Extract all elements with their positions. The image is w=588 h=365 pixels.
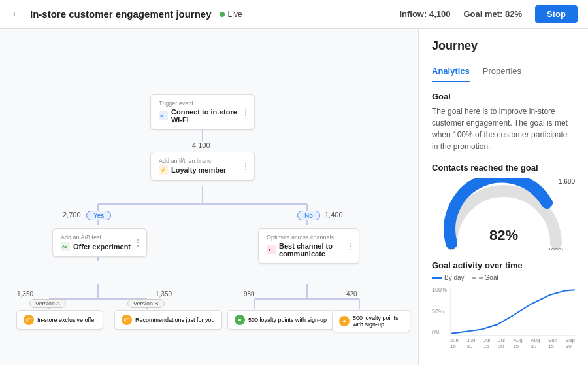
live-label: Live xyxy=(228,10,242,19)
legend-byday: By day xyxy=(444,274,465,281)
journey-flow: Trigger event ≡ Connect to in-store Wi-F… xyxy=(13,42,405,352)
version-a-badge: Version A xyxy=(29,299,66,308)
stop-button[interactable]: Stop xyxy=(535,5,578,23)
recommend-node: 🏷 Recommendations just for you xyxy=(114,310,222,330)
inflow-value: 4,100 xyxy=(429,9,451,19)
ab-menu[interactable]: ⋮ xyxy=(133,237,142,248)
right-panel: Journey Analytics Properties Goal The go… xyxy=(418,29,588,365)
branch-icon: ⚡ xyxy=(159,165,168,175)
chart-y-axis: 100% 50% 0% xyxy=(432,287,448,336)
loyalty-left-node: ● 500 loyalty points with sign-up xyxy=(227,310,334,330)
panel-header: Journey Analytics Properties xyxy=(419,29,588,82)
journey-canvas: Trigger event ≡ Connect to in-store Wi-F… xyxy=(0,29,418,365)
goal-value: 82% xyxy=(505,9,522,19)
svg-text:✦: ✦ xyxy=(268,247,271,252)
x-label-7: Sep30 xyxy=(566,338,575,349)
live-badge: Live xyxy=(220,10,242,19)
optimize-label: Optimize across channels xyxy=(267,234,351,241)
svg-text:100%: 100% xyxy=(547,247,564,250)
ab-test-node: Add an A/B test AB Offer experiment ⋮ xyxy=(52,228,147,257)
chart-section: Goal activity over time By day Goal 100%… xyxy=(432,260,575,349)
optimize-icon: ✦ xyxy=(267,245,276,254)
optimize-right-count: 420 xyxy=(346,290,357,298)
y-label-50: 50% xyxy=(432,308,448,315)
svg-text:0: 0 xyxy=(449,247,453,250)
live-dot xyxy=(220,12,225,17)
trigger-count: 4,100 xyxy=(192,141,210,149)
gauge-section: Contacts reached the goal 1,680 82% 0 10… xyxy=(432,163,575,250)
tab-properties[interactable]: Properties xyxy=(483,61,521,82)
activity-title: Goal activity over time xyxy=(432,260,575,270)
optimize-title: Best channel to communicate xyxy=(279,242,351,258)
gauge-top-value: 1,680 xyxy=(559,178,575,185)
loyalty-left-icon: ● xyxy=(235,315,245,325)
chart-inner xyxy=(450,287,575,336)
recommend-label: Recommendations just for you xyxy=(135,317,215,323)
offer-label: In-store exclusive offer xyxy=(37,317,96,323)
ab-label: Add an A/B test xyxy=(61,234,139,241)
no-label: No xyxy=(297,211,320,220)
legend-goal: Goal xyxy=(485,274,498,281)
y-label-0: 0% xyxy=(432,329,448,336)
branch-menu[interactable]: ⋮ xyxy=(241,161,250,171)
optimize-left-count: 980 xyxy=(244,290,255,298)
x-label-2: Jul15 xyxy=(483,338,490,349)
chart-area-wrapper: 100% 50% 0% xyxy=(432,287,575,336)
goal-label: Goal met: xyxy=(463,9,502,19)
loyalty-left-label: 500 loyalty points with sign-up xyxy=(248,317,327,323)
goal-section-title: Goal xyxy=(432,92,575,101)
trigger-title: Connect to in-store Wi-Fi xyxy=(171,108,246,124)
loyalty-right-label: 500 loyalty points with sign-up xyxy=(353,315,403,328)
offer-node-left: 🏷 In-store exclusive offer xyxy=(16,310,103,330)
ab-title: Offer experiment xyxy=(73,243,131,251)
page-title: In-store customer engagement journey xyxy=(30,9,212,20)
ab-icon: AB xyxy=(61,242,70,251)
offer-icon-left: 🏷 xyxy=(24,315,34,325)
legend-byday-line xyxy=(432,277,442,279)
svg-text:⚡: ⚡ xyxy=(160,167,167,173)
inflow-stat: Inflow: 4,100 xyxy=(399,9,450,19)
goal-description: The goal here is to improve in-store cus… xyxy=(432,105,575,152)
panel-body: Goal The goal here is to improve in-stor… xyxy=(419,82,588,358)
wifi-icon: ≡ xyxy=(159,111,168,120)
goal-line xyxy=(451,288,575,288)
panel-tabs: Analytics Properties xyxy=(432,61,575,82)
x-label-6: Sep15 xyxy=(548,338,557,349)
optimize-node: Optimize across channels ✦ Best channel … xyxy=(258,228,359,264)
branch-title: Loyalty member xyxy=(171,166,226,174)
y-label-100: 100% xyxy=(432,287,448,293)
gauge-chart: 82% 0 100% xyxy=(438,178,569,250)
legend-goal-line xyxy=(472,277,483,279)
svg-text:AB: AB xyxy=(62,244,68,249)
svg-text:≡: ≡ xyxy=(160,113,163,119)
version-b-count: 1,350 xyxy=(155,290,172,298)
version-a-count: 1,350 xyxy=(17,290,33,298)
chart-svg xyxy=(451,287,575,335)
x-label-5: Aug30 xyxy=(531,338,540,349)
no-count: 1,400 xyxy=(325,211,343,218)
trigger-menu[interactable]: ⋮ xyxy=(241,107,250,117)
x-label-4: Aug15 xyxy=(513,338,522,349)
tab-analytics[interactable]: Analytics xyxy=(432,61,470,82)
trigger-node: Trigger event ≡ Connect to in-store Wi-F… xyxy=(150,94,255,130)
header: ← In-store customer engagement journey L… xyxy=(0,0,588,29)
version-b-badge: Version B xyxy=(127,299,165,308)
x-label-1: Jun30 xyxy=(466,338,475,349)
branch-label-text: Add an if/then branch xyxy=(159,158,246,164)
inflow-label: Inflow: xyxy=(399,9,427,19)
x-label-0: Jun15 xyxy=(450,338,459,349)
branch-node: Add an if/then branch ⚡ Loyalty member ⋮ xyxy=(150,152,255,181)
chart-legend: By day Goal xyxy=(432,274,575,281)
panel-title: Journey xyxy=(432,39,575,53)
recommend-icon: 🏷 xyxy=(122,315,132,325)
loyalty-right-icon: ● xyxy=(339,316,350,326)
goal-stat: Goal met: 82% xyxy=(463,9,522,19)
flow-lines xyxy=(13,42,405,352)
back-button[interactable]: ← xyxy=(10,7,22,21)
contacts-title: Contacts reached the goal xyxy=(432,163,575,173)
optimize-menu[interactable]: ⋮ xyxy=(346,241,355,251)
chart-x-axis: Jun15 Jun30 Jul15 Jul30 Aug15 Aug30 Sep1… xyxy=(450,338,575,349)
svg-text:82%: 82% xyxy=(489,227,517,243)
yes-label: Yes xyxy=(86,211,111,220)
yes-count: 2,700 xyxy=(63,211,81,218)
